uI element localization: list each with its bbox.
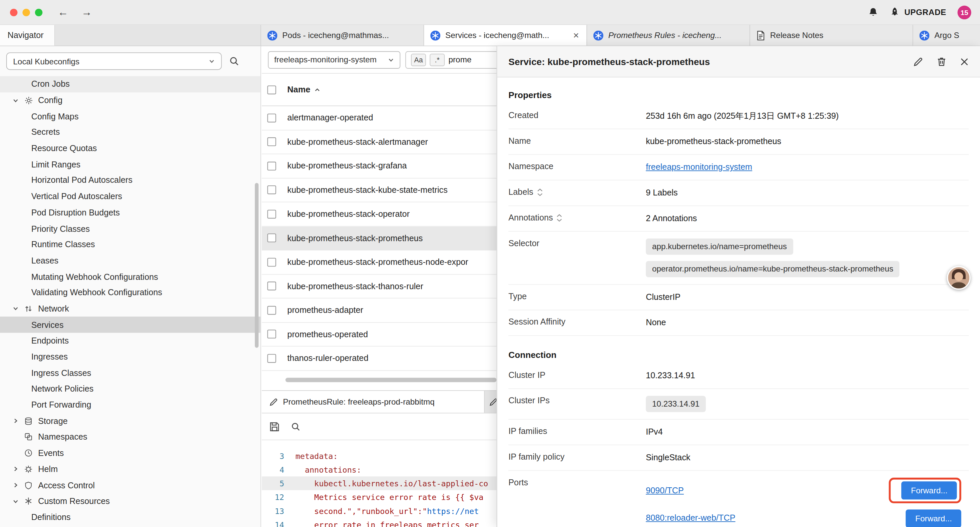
sidebar-item-ingresses[interactable]: Ingresses [0, 349, 261, 365]
sidebar-item-definitions[interactable]: Definitions [0, 509, 261, 525]
expand-collapse-icon[interactable] [557, 214, 562, 221]
property-row-session-affinity: Session Affinity None [508, 310, 969, 336]
close-window-button[interactable] [10, 8, 18, 16]
sidebar-item-custom-resources[interactable]: Custom Resources [0, 493, 261, 509]
sidebar-item-ingress-classes[interactable]: Ingress Classes [0, 365, 261, 381]
property-row-selector: Selector app.kubernetes.io/name=promethe… [508, 232, 969, 285]
property-row-created: Created 253d 16h 6m ago (2025年1月13日 GMT+… [508, 104, 969, 129]
notification-count-badge[interactable]: 15 [958, 5, 971, 19]
edit-pencil-icon[interactable] [913, 56, 923, 66]
forward-icon[interactable]: → [80, 6, 94, 18]
ip-family-policy-value: SingleStack [646, 452, 969, 463]
sidebar-item-network-policies[interactable]: Network Policies [0, 381, 261, 397]
sidebar-item-config-maps[interactable]: Config Maps [0, 108, 261, 124]
sort-ascending-icon [314, 87, 320, 92]
sidebar-item-cron-jobs[interactable]: Cron Jobs [0, 76, 261, 92]
sidebar-item-priority-classes[interactable]: Priority Classes [0, 220, 261, 236]
selector-chip: app.kubernetes.io/name=prometheus [646, 239, 793, 255]
sidebar-item-access-control[interactable]: Access Control [0, 477, 261, 493]
namespace-link[interactable]: freeleaps-monitoring-system [646, 162, 752, 172]
sidebar-item-events[interactable]: Events [0, 445, 261, 461]
cluster-ip-chip: 10.233.14.91 [646, 396, 706, 412]
sidebar-item-secrets[interactable]: Secrets [0, 124, 261, 140]
sidebar-item-config[interactable]: Config [0, 92, 261, 108]
upgrade-button[interactable]: UPGRADE [889, 7, 946, 18]
network-icon [24, 304, 38, 312]
sidebar-item-storage[interactable]: Storage [0, 413, 261, 429]
sidebar-item-port-forwarding[interactable]: Port Forwarding [0, 397, 261, 413]
chevron-right-icon [12, 482, 24, 488]
property-row-cluster-ip: Cluster IP 10.233.14.91 [508, 363, 969, 389]
tab-services[interactable]: Services - icecheng@math... × [424, 25, 587, 46]
select-all-checkbox[interactable] [267, 85, 276, 94]
horizontal-scrollbar[interactable] [286, 378, 497, 382]
assistant-avatar[interactable] [947, 266, 970, 290]
config-icon [24, 96, 38, 104]
session-affinity-value: None [646, 317, 969, 328]
minimize-window-button[interactable] [22, 8, 30, 16]
sidebar-item-limit-ranges[interactable]: Limit Ranges [0, 156, 261, 172]
row-checkbox[interactable] [267, 210, 276, 218]
sidebar-item-pod-disruption-budgets[interactable]: Pod Disruption Budgets [0, 204, 261, 220]
sidebar-item-mutating-webhook-configurations[interactable]: Mutating Webhook Configurations [0, 269, 261, 285]
sidebar-scrollbar[interactable] [255, 183, 259, 347]
sidebar-item-helm[interactable]: Helm [0, 461, 261, 477]
labels-count: 9 Labels [646, 188, 969, 199]
sidebar-item-validating-webhook-configurations[interactable]: Validating Webhook Configurations [0, 285, 261, 301]
search-icon[interactable] [229, 56, 239, 66]
kubernetes-icon [267, 30, 277, 40]
row-checkbox[interactable] [267, 330, 276, 339]
notifications-bell-icon[interactable] [868, 7, 878, 18]
regex-toggle[interactable]: .* [430, 53, 445, 66]
navigator-panel-tab[interactable]: Navigator [0, 25, 55, 46]
save-icon[interactable] [269, 421, 280, 432]
row-checkbox[interactable] [267, 258, 276, 266]
forward-button[interactable]: Forward... [902, 481, 957, 499]
cluster-ip-value: 10.233.14.91 [646, 370, 969, 382]
sidebar-item-namespaces[interactable]: Namespaces [0, 429, 261, 445]
close-tab-icon[interactable]: × [572, 30, 581, 41]
namespace-filter-dropdown[interactable]: freeleaps-monitoring-system [268, 51, 400, 68]
connection-section-title: Connection [508, 350, 969, 360]
trash-icon[interactable] [937, 56, 946, 66]
editor-tab-prometheusrule[interactable]: PrometheusRule: freeleaps-prod-rabbitmq [262, 391, 485, 413]
zoom-window-button[interactable] [35, 8, 42, 16]
search-icon[interactable] [291, 422, 301, 431]
expand-collapse-icon[interactable] [537, 188, 543, 196]
port-link[interactable]: 9090/TCP [646, 485, 684, 496]
kubernetes-icon [919, 30, 929, 40]
row-checkbox[interactable] [267, 282, 276, 291]
row-checkbox[interactable] [267, 354, 276, 363]
row-checkbox[interactable] [267, 185, 276, 194]
row-checkbox[interactable] [267, 306, 276, 315]
name-column-header[interactable]: Name [287, 85, 320, 94]
tab-label: Argo S [934, 31, 974, 40]
sidebar-item-horizontal-pod-autoscalers[interactable]: Horizontal Pod Autoscalers [0, 172, 261, 188]
row-checkbox[interactable] [267, 113, 276, 122]
tab-argo[interactable]: Argo S [913, 25, 980, 46]
sidebar-item-resource-quotas[interactable]: Resource Quotas [0, 140, 261, 156]
property-row-namespace: Namespace freeleaps-monitoring-system [508, 155, 969, 180]
row-checkbox[interactable] [267, 234, 276, 242]
row-checkbox[interactable] [267, 137, 276, 146]
row-checkbox[interactable] [267, 161, 276, 170]
close-icon[interactable] [960, 57, 969, 66]
sidebar-item-runtime-classes[interactable]: Runtime Classes [0, 236, 261, 253]
type-value: ClusterIP [646, 291, 969, 303]
port-link[interactable]: 8080:reloader-web/TCP [646, 513, 735, 524]
ip-families-value: IPv4 [646, 427, 969, 438]
tab-release-notes[interactable]: Release Notes [750, 25, 913, 46]
tab-pods[interactable]: Pods - icecheng@mathmas... [261, 25, 424, 46]
match-case-toggle[interactable]: Aa [411, 53, 426, 66]
annotations-count: 2 Annotations [646, 213, 969, 224]
document-icon [757, 30, 765, 40]
sidebar-item-services[interactable]: Services [0, 317, 261, 333]
kubeconfig-selector[interactable]: Local Kubeconfigs [6, 53, 222, 70]
sidebar-item-endpoints[interactable]: Endpoints [0, 333, 261, 349]
back-icon[interactable]: ← [56, 6, 70, 18]
forward-button[interactable]: Forward... [906, 509, 961, 527]
sidebar-item-leases[interactable]: Leases [0, 253, 261, 269]
sidebar-item-vertical-pod-autoscalers[interactable]: Vertical Pod Autoscalers [0, 188, 261, 204]
sidebar-item-network[interactable]: Network [0, 301, 261, 317]
tab-prometheus-rules[interactable]: Prometheus Rules - icecheng... [587, 25, 750, 46]
